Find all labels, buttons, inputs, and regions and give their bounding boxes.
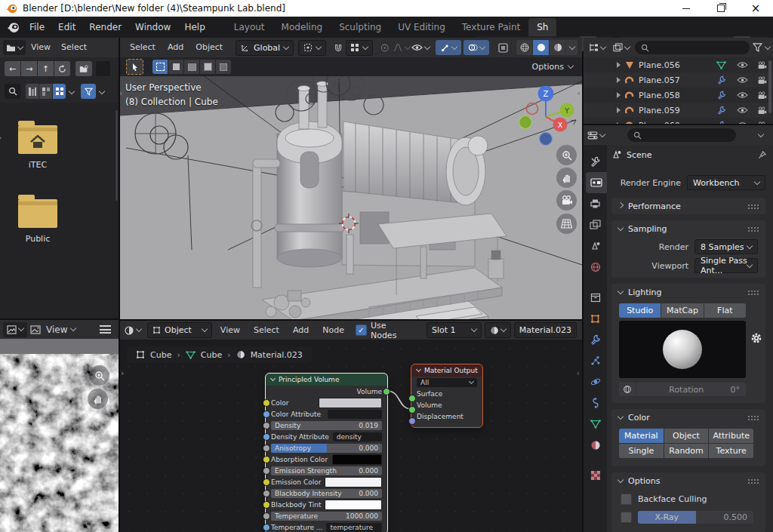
properties-options-chevron-icon[interactable]: [758, 131, 764, 137]
shader-view-menu[interactable]: View: [215, 321, 245, 340]
outliner-row-plane059[interactable]: Plane.059: [584, 103, 773, 118]
color-panel-header[interactable]: Color: [611, 409, 765, 426]
material-name-field[interactable]: Material.023: [514, 322, 577, 338]
workspace-tab-modeling[interactable]: Modeling: [273, 18, 331, 37]
folder-item-itec[interactable]: iTEC: [15, 125, 60, 170]
snap-magnet-icon[interactable]: [334, 42, 343, 53]
socket-volume-in[interactable]: [408, 406, 416, 414]
workspace-tab-shading[interactable]: Sh: [528, 18, 556, 37]
collapse-icon[interactable]: [270, 376, 276, 381]
socket-displacement-in[interactable]: [408, 417, 416, 425]
world-space-lighting-button[interactable]: [619, 383, 636, 396]
up-button[interactable]: ↑: [38, 61, 54, 76]
socket-density-attribute[interactable]: [263, 433, 270, 441]
disable-render-camera-icon[interactable]: [757, 61, 767, 69]
disclosure-triangle-icon[interactable]: [617, 62, 621, 68]
file-view-menu[interactable]: View: [26, 38, 56, 57]
xray-toggle-button[interactable]: [494, 40, 511, 55]
blender-menu-icon[interactable]: [7, 21, 20, 34]
overlays-toggle-dropdown[interactable]: [463, 40, 489, 55]
workspace-tab-sculpting[interactable]: Sculpting: [331, 18, 390, 37]
color-material-button[interactable]: Material: [619, 429, 664, 443]
backface-culling-checkbox[interactable]: [621, 494, 632, 505]
lighting-flat-button[interactable]: Flat: [704, 303, 746, 318]
tab-tool[interactable]: [584, 151, 607, 172]
tab-physics[interactable]: [584, 371, 607, 392]
disable-render-camera-icon[interactable]: [757, 121, 767, 125]
show-hide-dropdown[interactable]: [411, 44, 430, 51]
back-button[interactable]: ←: [5, 61, 20, 76]
menu-edit[interactable]: Edit: [51, 17, 82, 37]
sampling-panel-header[interactable]: Sampling: [611, 220, 765, 237]
outliner-row-plane057[interactable]: Plane.057: [584, 72, 773, 88]
options-panel-header[interactable]: Options: [611, 472, 765, 489]
color-random-button[interactable]: Random: [664, 444, 709, 458]
shader-select-menu[interactable]: Select: [248, 321, 285, 340]
tab-particles[interactable]: [584, 350, 607, 371]
density-attribute-field[interactable]: density: [333, 432, 382, 441]
outliner-row-plane058[interactable]: Plane.058: [584, 88, 773, 103]
search-button[interactable]: [5, 84, 20, 99]
viewport-ortho-toggle-button[interactable]: [556, 214, 577, 234]
lighting-studio-button[interactable]: Studio: [619, 303, 661, 318]
color-swatch[interactable]: [325, 477, 382, 487]
render-samples-dropdown[interactable]: 8 Samples: [694, 239, 758, 254]
tab-view-layer[interactable]: [584, 214, 607, 235]
display-vertical-list-button[interactable]: [26, 84, 38, 99]
editor-type-dropdown[interactable]: [3, 322, 27, 337]
transform-orientation-dropdown[interactable]: Global: [236, 40, 294, 56]
drag-handle-icon[interactable]: [747, 415, 759, 420]
disclosure-triangle-icon[interactable]: [617, 92, 621, 98]
image-zoom-button[interactable]: [89, 365, 109, 386]
blackbody-intensity-slider[interactable]: Blackbody Intensity 0.000: [271, 489, 382, 498]
tool-options-dropdown[interactable]: Options: [532, 62, 576, 72]
outliner-search-input[interactable]: [635, 41, 750, 54]
density-slider[interactable]: Density 0.019: [271, 421, 382, 430]
shader-node-menu[interactable]: Node: [317, 321, 350, 340]
tab-scene[interactable]: [584, 235, 607, 257]
color-texture-button[interactable]: Texture: [709, 444, 753, 458]
gizmos-toggle-dropdown[interactable]: [436, 40, 461, 55]
create-folder-button[interactable]: [75, 61, 92, 76]
node-canvas[interactable]: Cube › Cube › Material.023 › ‹ Principle…: [120, 340, 582, 532]
viewport-select-menu[interactable]: Select: [125, 38, 161, 57]
gear-icon[interactable]: [750, 332, 762, 344]
viewport-zoom-button[interactable]: [556, 145, 577, 165]
image-view-menu[interactable]: View: [44, 324, 78, 335]
disclosure-triangle-icon[interactable]: [617, 122, 621, 124]
select-mode-subtract-button[interactable]: [184, 60, 199, 74]
material-browse-dropdown[interactable]: [485, 322, 511, 338]
socket-blackbody-tint[interactable]: [263, 501, 270, 509]
editor-type-dropdown[interactable]: [587, 131, 605, 140]
disable-render-camera-icon[interactable]: [757, 91, 767, 100]
emission-strength-slider[interactable]: Emission Strength 0.000: [271, 466, 382, 475]
tab-constraints[interactable]: [584, 392, 607, 414]
hamburger-menu[interactable]: [100, 324, 111, 336]
pin-icon[interactable]: [757, 150, 767, 160]
select-mode-intersect-button[interactable]: [216, 60, 231, 74]
hide-eye-icon[interactable]: [737, 61, 748, 69]
properties-search-input[interactable]: [627, 128, 736, 142]
path-field-collapsed[interactable]: [96, 61, 110, 76]
scrollbar[interactable]: [768, 60, 771, 113]
outliner-filter-type-dropdown[interactable]: [611, 42, 632, 54]
refresh-button[interactable]: [54, 61, 70, 76]
viewport-pan-button[interactable]: [556, 168, 577, 188]
xray-checkbox[interactable]: [621, 512, 632, 523]
navigation-gizmo[interactable]: Z Y X: [516, 79, 580, 149]
socket-anisotropy[interactable]: [263, 444, 270, 452]
pivot-point-dropdown[interactable]: [298, 40, 326, 56]
hide-eye-icon[interactable]: [737, 76, 748, 84]
tab-texture[interactable]: [584, 465, 607, 486]
use-nodes-toggle[interactable]: ✓ Use Nodes: [356, 321, 404, 340]
tab-world[interactable]: [584, 257, 607, 278]
socket-blackbody-intensity[interactable]: [263, 490, 270, 497]
socket-surface-in[interactable]: [408, 395, 416, 402]
funnel-icon[interactable]: [753, 43, 762, 52]
tab-render[interactable]: [586, 172, 607, 193]
socket-color-attribute[interactable]: [263, 411, 270, 418]
shading-wireframe-button[interactable]: [516, 40, 532, 55]
socket-color[interactable]: [263, 399, 270, 407]
filter-toggle-button[interactable]: [81, 84, 96, 99]
workspace-tab-texture-paint[interactable]: Texture Paint: [454, 18, 528, 37]
